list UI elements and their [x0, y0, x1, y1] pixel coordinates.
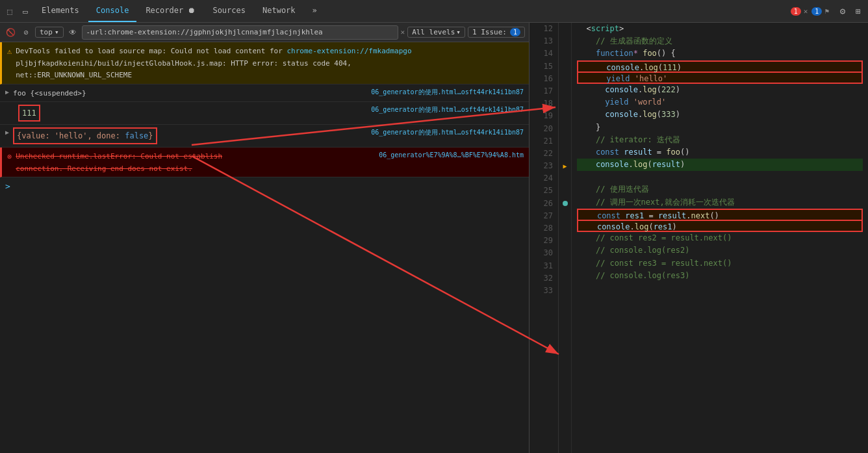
- inspect-icon[interactable]: ⬚: [3, 4, 17, 18]
- console-prompt[interactable]: >: [0, 177, 529, 196]
- console-result-hello: ▶ {value: 'hello', done: false} 06_gener…: [0, 125, 529, 148]
- line-num-24: 24: [535, 172, 553, 185]
- tab-console[interactable]: Console: [88, 0, 137, 22]
- line-num-19: 19: [535, 110, 553, 122]
- log-source-1[interactable]: 06_generator的使用.html…osft44rk14i1bn87: [371, 87, 524, 97]
- warning-badge: 1: [811, 7, 822, 16]
- result-111-value: 111: [18, 105, 40, 122]
- code-line-18: yield 'world': [577, 96, 863, 109]
- code-line-30: // console.log(res2): [577, 244, 863, 257]
- bp-27: [559, 210, 571, 222]
- error-circle-icon: ⊗: [7, 151, 12, 162]
- log-level-label: All levels: [412, 28, 455, 36]
- tab-more[interactable]: »: [305, 0, 325, 22]
- tab-sources[interactable]: Sources: [205, 0, 253, 22]
- bp-16: [559, 73, 571, 85]
- prompt-chevron: >: [5, 181, 10, 191]
- main-panels: 🚫 ⊘ top ▾ 👁 ✕ All levels ▾ 1 Issue: 1 ⚠: [0, 23, 868, 453]
- code-line-14: function* foo() {: [577, 47, 863, 60]
- tab-network[interactable]: Network: [255, 0, 303, 22]
- bp-12: [559, 23, 571, 35]
- warning-triangle-icon: ⚠: [7, 45, 12, 57]
- line-num-12: 12: [535, 23, 553, 35]
- code-content: <script> // 生成器函数的定义 function* foo() { c…: [572, 23, 868, 453]
- expand-icon-2[interactable]: ▶: [5, 127, 9, 137]
- dock-icon[interactable]: ⊞: [851, 4, 865, 18]
- bp-15: [559, 60, 571, 73]
- tab-elements[interactable]: Elements: [34, 0, 87, 22]
- filter-icon[interactable]: ⊘: [19, 26, 32, 39]
- error-text: Unchecked runtime.lastError: Could not e…: [16, 152, 222, 173]
- code-line-21: // iterator: 迭代器: [577, 134, 863, 146]
- console-warning-entry: ⚠ DevTools failed to load source map: Co…: [0, 42, 529, 84]
- tab-recorder[interactable]: Recorder ⏺: [138, 0, 203, 22]
- code-line-22: const result = foo(): [577, 146, 863, 159]
- context-label: top: [40, 28, 53, 36]
- log-level-dropdown[interactable]: All levels ▾: [407, 27, 465, 38]
- line-num-27: 27: [535, 210, 553, 222]
- line-num-20: 20: [535, 123, 553, 135]
- warning-icon: ⚑: [824, 7, 829, 16]
- code-line-31: // const res3 = result.next(): [577, 257, 863, 270]
- bp-23: ▶: [559, 160, 571, 172]
- bp-30: [559, 247, 571, 259]
- result-source-hello[interactable]: 06_generator的使用.html…osft44rk14i1bn87: [371, 127, 524, 137]
- foo-value: foo {<suspended>}: [13, 89, 86, 97]
- code-line-16: yield 'hello': [577, 71, 863, 84]
- code-line-32: // console.log(res3): [577, 270, 863, 282]
- issue-count: 1: [510, 28, 520, 36]
- warning-text: DevTools failed to load source map: Coul…: [16, 47, 411, 79]
- error-source[interactable]: 06_generator%E7%9A%8…%BF%E7%94%A8.htm: [379, 150, 524, 160]
- clear-console-icon[interactable]: 🚫: [4, 26, 17, 39]
- context-selector[interactable]: top ▾: [35, 27, 64, 38]
- bp-33: [559, 285, 571, 297]
- line-num-16: 16: [535, 73, 553, 85]
- issues-button[interactable]: 1 Issue: 1: [468, 27, 525, 38]
- bp-20: [559, 123, 571, 135]
- console-panel: 🚫 ⊘ top ▾ 👁 ✕ All levels ▾ 1 Issue: 1 ⚠: [0, 23, 530, 453]
- line-num-28: 28: [535, 222, 553, 235]
- code-line-29: // const res2 = result.next(): [577, 232, 863, 244]
- bp-13: [559, 35, 571, 47]
- log-level-chevron: ▾: [456, 28, 461, 36]
- line-num-23: 23: [535, 160, 553, 172]
- expand-icon[interactable]: ▶: [5, 87, 9, 97]
- bp-14: [559, 47, 571, 60]
- console-toolbar: 🚫 ⊘ top ▾ 👁 ✕ All levels ▾ 1 Issue: 1: [0, 23, 529, 42]
- code-line-23: console.log(result): [577, 159, 863, 171]
- bp-31: [559, 260, 571, 272]
- source-panel: 12 13 14 15 16 17 18 19 20 21 22 23 24 2…: [530, 23, 868, 453]
- code-line-28: console.log(res1): [577, 220, 863, 232]
- log-foo-text: foo {<suspended>}: [13, 87, 367, 99]
- code-line-13: // 生成器函数的定义: [577, 35, 863, 47]
- code-line-17: console.log(222): [577, 84, 863, 96]
- code-line-19: console.log(333): [577, 109, 863, 121]
- bp-17: [559, 85, 571, 97]
- tab-bar: ⬚ ▭ Elements Console Recorder ⏺ Sources …: [0, 0, 868, 23]
- console-result-111: 111 06_generator的使用.html…osft44rk14i1bn8…: [0, 102, 529, 125]
- result-hello-content: {value: 'hello', done: false}: [13, 127, 367, 144]
- bp-25: [559, 185, 571, 197]
- breakpoint-dot: [563, 201, 568, 206]
- warning-message: DevTools failed to load source map: Coul…: [16, 45, 524, 81]
- warning-link[interactable]: chrome-extension://fmkadmapgo: [287, 47, 411, 55]
- code-line-12: <script>: [577, 23, 863, 35]
- console-error-entry: ⊗ Unchecked runtime.lastError: Could not…: [0, 148, 529, 177]
- bp-32: [559, 272, 571, 285]
- execution-arrow-icon: ▶: [563, 162, 567, 170]
- result-111-content: 111: [18, 105, 367, 122]
- issue-label: 1 Issue:: [472, 28, 507, 36]
- bp-26: [559, 198, 571, 210]
- eye-icon[interactable]: 👁: [66, 26, 79, 39]
- result-source-111[interactable]: 06_generator的使用.html…osft44rk14i1bn87: [371, 105, 524, 114]
- line-num-25: 25: [535, 185, 553, 197]
- line-num-21: 21: [535, 135, 553, 148]
- device-icon[interactable]: ▭: [18, 4, 32, 18]
- code-line-24: [577, 171, 863, 183]
- line-num-17: 17: [535, 85, 553, 97]
- settings-icon[interactable]: ⚙: [836, 4, 850, 18]
- filter-input[interactable]: [82, 25, 398, 40]
- line-num-30: 30: [535, 247, 553, 259]
- clear-input-icon[interactable]: ✕: [401, 28, 405, 36]
- code-line-26: // 调用一次next,就会消耗一次迭代器: [577, 196, 863, 209]
